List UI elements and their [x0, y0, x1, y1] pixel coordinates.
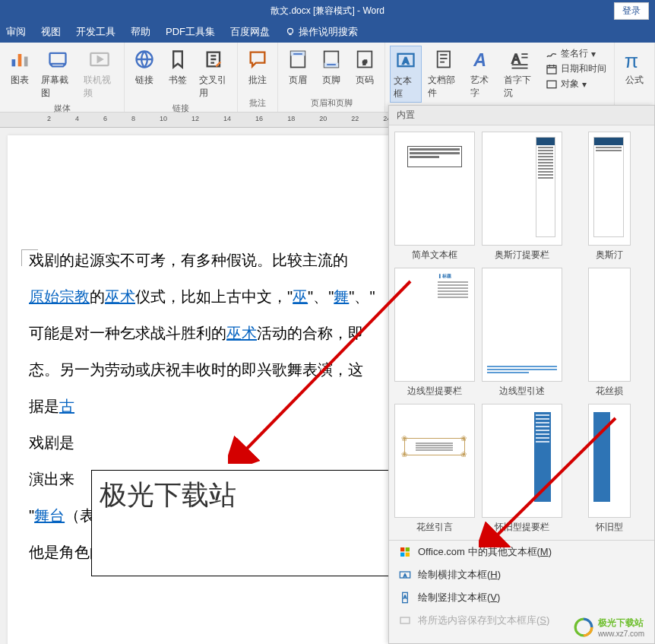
signature-line-button[interactable]: 签名行 ▾ [546, 47, 606, 60]
link-wu[interactable]: 巫 [293, 288, 308, 305]
chart-icon [8, 47, 32, 71]
wordart-icon: A [470, 47, 495, 71]
tell-me-search[interactable]: 操作说明搜索 [285, 25, 358, 39]
gallery-item-simple-textbox[interactable]: 简单文本框 [392, 130, 476, 263]
link-witchcraft[interactable]: 巫术 [105, 288, 135, 305]
bookmark-button[interactable]: 书签 [163, 46, 193, 88]
thumb-retro-bar [482, 404, 562, 518]
screenshot-icon [46, 47, 70, 71]
crossref-button[interactable]: 交叉引用 [196, 46, 233, 101]
textbox-button[interactable]: A 文本框 [390, 46, 422, 103]
more-office-textboxes[interactable]: Office.com 中的其他文本框(M) [389, 541, 654, 563]
header-icon [286, 47, 310, 71]
menu-baidu-disk[interactable]: 百度网盘 [230, 25, 270, 39]
svg-rect-16 [438, 52, 450, 68]
link-primitive-religion[interactable]: 原始宗教 [29, 288, 90, 305]
gallery-item-flower-cut[interactable]: 花丝损 [567, 266, 651, 399]
textbox-text[interactable]: 极光下载站 [100, 477, 387, 514]
draw-vertical-textbox[interactable]: A 绘制竖排文本框(V) [389, 586, 654, 609]
menu-review[interactable]: 审阅 [6, 25, 26, 39]
online-video-button: 联机视频 [81, 46, 120, 101]
office-icon [398, 545, 412, 559]
gallery-item-austin-cut[interactable]: 奥斯汀 [567, 130, 651, 263]
watermark-logo-icon [574, 617, 593, 637]
crossref-icon [202, 47, 226, 71]
chart-button[interactable]: 图表 [5, 46, 35, 88]
link-witchcraft-2[interactable]: 巫术 [226, 325, 257, 341]
quickparts-icon [432, 47, 457, 71]
footer-icon [319, 47, 343, 71]
draw-horizontal-textbox[interactable]: A 绘制横排文本框(H) [389, 563, 654, 586]
svg-point-0 [288, 28, 293, 33]
thumb-sidebar-bar: ▎标题 [394, 268, 475, 382]
pagenum-button[interactable]: # 页码 [350, 46, 380, 88]
dropdown-icon: ▾ [591, 49, 596, 59]
menu-pdf-tools[interactable]: PDF工具集 [166, 25, 215, 39]
svg-rect-24 [400, 553, 404, 557]
link-ancient[interactable]: 古 [59, 398, 74, 414]
svg-text:#: # [362, 59, 367, 66]
link-dance[interactable]: 舞 [334, 288, 349, 305]
watermark: 极光下载站 www.xz7.com [574, 617, 644, 638]
link-button[interactable]: 链接 [129, 46, 160, 88]
inserted-textbox[interactable]: 极光下载站 [91, 470, 395, 576]
menu-developer[interactable]: 开发工具 [76, 25, 115, 39]
svg-rect-30 [400, 617, 410, 623]
gallery-item-flower-quote[interactable]: ❀❀ ❀❀ 花丝引言 [392, 402, 476, 535]
equation-button[interactable]: π 公式 [619, 46, 650, 88]
login-button[interactable]: 登录 [614, 2, 649, 20]
svg-rect-3 [24, 57, 28, 67]
textbox-icon: A [394, 48, 418, 72]
ribbon-group-comments: 批注 批注 [238, 43, 278, 112]
quickparts-button[interactable]: 文档部件 [425, 46, 464, 101]
menu-help[interactable]: 帮助 [131, 25, 150, 39]
svg-rect-1 [12, 59, 16, 66]
link-stage[interactable]: 舞台 [34, 507, 65, 524]
calendar-icon [546, 63, 558, 75]
ribbon-group-text: A 文本框 文档部件 A 艺术字 A 首字下沉 签名行 ▾ [385, 43, 614, 112]
video-icon [87, 47, 112, 71]
comment-button[interactable]: 批注 [242, 46, 273, 88]
gallery-item-austin-bar[interactable]: 奥斯汀提要栏 [479, 130, 564, 263]
wordart-button[interactable]: A 艺术字 [467, 46, 498, 101]
watermark-name: 极光下载站 [598, 617, 644, 630]
footer-button[interactable]: 页脚 [316, 46, 346, 88]
vertical-textbox-icon: A [398, 591, 412, 604]
pagenum-icon: # [353, 47, 377, 71]
gallery-item-retro-bar[interactable]: 怀旧型提要栏 [479, 402, 564, 535]
ribbon-group-links: 链接 书签 交叉引用 链接 [125, 43, 238, 112]
page-corner-marker [21, 249, 38, 266]
textbox-gallery: 内置 简单文本框 奥斯汀提要栏 奥斯汀 ▎标题 边线型提要栏 [388, 105, 655, 644]
gallery-grid: 简单文本框 奥斯汀提要栏 奥斯汀 ▎标题 边线型提要栏 边线型引述 [389, 125, 654, 540]
object-button[interactable]: 对象 ▾ [546, 78, 606, 90]
group-label-headerfooter: 页眉和页脚 [283, 96, 380, 110]
gallery-item-sidebar-bar[interactable]: ▎标题 边线型提要栏 [392, 266, 476, 399]
thumb-retro-cut [588, 404, 631, 518]
datetime-button[interactable]: 日期和时间 [546, 62, 606, 75]
horizontal-textbox-icon: A [398, 568, 412, 582]
svg-text:A: A [403, 595, 407, 599]
dropcap-button[interactable]: A 首字下沉 [501, 46, 540, 101]
comment-icon [245, 47, 270, 71]
svg-text:A: A [473, 50, 486, 70]
svg-rect-2 [18, 54, 22, 66]
document-title: 散文.docx [兼容模式] - Word [271, 5, 384, 17]
svg-text:A: A [512, 52, 521, 65]
gallery-item-sidebar-quote[interactable]: 边线型引述 [479, 266, 564, 399]
dropdown-icon: ▾ [582, 79, 587, 90]
ribbon-group-header-footer: 页眉 页脚 # 页码 页眉和页脚 [278, 43, 385, 112]
menu-view[interactable]: 视图 [41, 25, 61, 39]
thumb-flower-quote: ❀❀ ❀❀ [394, 404, 475, 518]
thumb-simple [394, 132, 475, 246]
header-button[interactable]: 页眉 [283, 46, 313, 88]
svg-rect-19 [547, 65, 556, 74]
save-gallery-icon [398, 614, 412, 627]
gallery-item-retro-cut[interactable]: 怀旧型 [567, 402, 651, 535]
object-icon [546, 78, 558, 90]
title-bar: 散文.docx [兼容模式] - Word 登录 [0, 0, 655, 21]
ribbon-group-media: 图表 屏幕截图 联机视频 媒体 [0, 43, 125, 112]
ribbon: 图表 屏幕截图 联机视频 媒体 链接 书签 交叉 [0, 43, 655, 113]
svg-rect-22 [400, 547, 404, 551]
svg-rect-20 [547, 81, 556, 87]
screenshot-button[interactable]: 屏幕截图 [38, 46, 78, 101]
